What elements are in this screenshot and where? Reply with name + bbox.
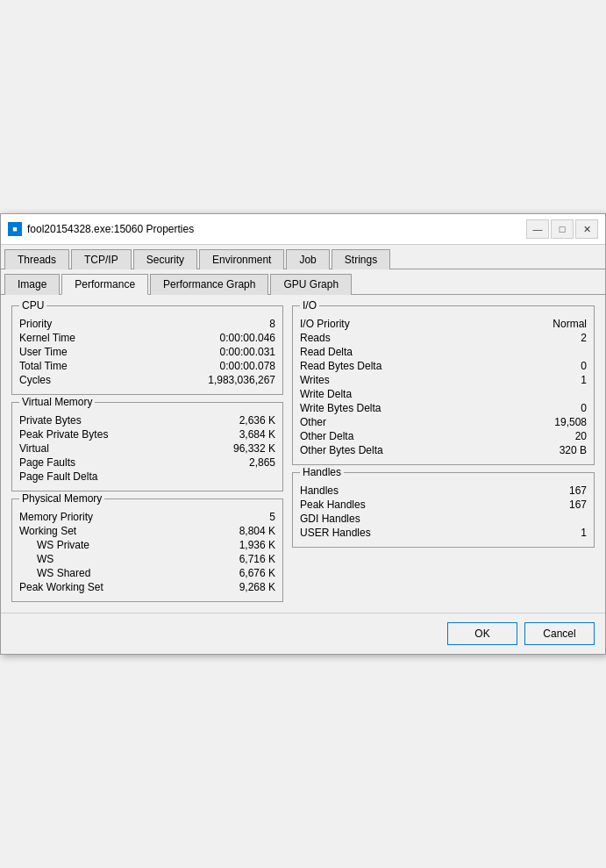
cpu-cycles-label: Cycles	[19, 374, 51, 386]
virtual-row: Virtual 96,332 K	[19, 441, 275, 456]
other-bytes-delta-row: Other Bytes Delta 320 B	[300, 443, 587, 457]
user-handles-label: USER Handles	[300, 527, 371, 539]
other-row: Other 19,508	[300, 415, 587, 429]
page-faults-label: Page Faults	[19, 456, 75, 469]
other-delta-label: Other Delta	[300, 430, 353, 442]
cpu-cycles-row: Cycles 1,983,036,267	[19, 373, 275, 387]
maximize-button[interactable]: □	[551, 219, 574, 239]
title-bar: ■ fool20154328.exe:15060 Properties — □ …	[1, 214, 605, 245]
working-set-value: 8,804 K	[239, 525, 275, 537]
write-bytes-delta-row: Write Bytes Delta 0	[300, 401, 587, 415]
ws-private-label: WS Private	[19, 539, 89, 551]
close-button[interactable]: ✕	[575, 219, 598, 239]
reads-row: Reads 2	[300, 331, 587, 345]
cpu-total-row: Total Time 0:00:00.078	[19, 359, 275, 373]
handles-value: 167	[569, 484, 587, 497]
user-handles-row: USER Handles 1	[300, 526, 587, 540]
other-value: 19,508	[554, 416, 587, 428]
cpu-priority-row: Priority 8	[19, 317, 275, 331]
page-fault-delta-row: Page Fault Delta	[19, 470, 275, 484]
left-column: CPU Priority 8 Kernel Time 0:00:00.046 U…	[11, 305, 283, 602]
tab-strings[interactable]: Strings	[332, 249, 390, 269]
cpu-total-label: Total Time	[19, 360, 68, 372]
other-bytes-delta-value: 320 B	[560, 444, 587, 456]
handles-label: Handles	[300, 484, 339, 497]
tab-job[interactable]: Job	[286, 249, 329, 269]
tab-gpu-graph[interactable]: GPU Graph	[270, 274, 352, 295]
other-delta-row: Other Delta 20	[300, 429, 587, 443]
memory-priority-row: Memory Priority 5	[19, 510, 275, 524]
write-delta-row: Write Delta	[300, 387, 587, 401]
io-priority-label: I/O Priority	[300, 318, 350, 330]
cpu-user-label: User Time	[19, 346, 68, 358]
tab-environment[interactable]: Environment	[199, 249, 284, 269]
cancel-button[interactable]: Cancel	[524, 622, 595, 645]
cpu-user-row: User Time 0:00:00.031	[19, 345, 275, 359]
minimize-button[interactable]: —	[526, 219, 549, 239]
ws-shared-row: WS Shared 6,676 K	[19, 566, 275, 580]
tab-performance[interactable]: Performance	[61, 274, 148, 295]
peak-working-set-row: Peak Working Set 9,268 K	[19, 580, 275, 594]
ws-private-value: 1,936 K	[239, 539, 275, 551]
writes-value: 1	[581, 374, 587, 386]
io-group-label: I/O	[300, 299, 319, 312]
other-bytes-delta-label: Other Bytes Delta	[300, 444, 383, 456]
physical-memory-group: Physical Memory Memory Priority 5 Workin…	[11, 499, 283, 602]
window-controls: — □ ✕	[526, 219, 598, 239]
write-delta-label: Write Delta	[300, 388, 352, 400]
ws-shared-value: 6,676 K	[239, 567, 275, 579]
read-bytes-delta-row: Read Bytes Delta 0	[300, 359, 587, 373]
handles-row: Handles 167	[300, 484, 587, 498]
private-bytes-label: Private Bytes	[19, 414, 82, 427]
page-faults-value: 2,865	[249, 456, 275, 469]
read-delta-row: Read Delta	[300, 345, 587, 359]
cpu-total-value: 0:00:00.078	[220, 360, 275, 372]
tab-threads[interactable]: Threads	[4, 249, 69, 269]
window-title: fool20154328.exe:15060 Properties	[27, 223, 526, 235]
io-priority-row: I/O Priority Normal	[300, 317, 587, 331]
main-window: ■ fool20154328.exe:15060 Properties — □ …	[0, 213, 606, 655]
user-handles-value: 1	[581, 527, 587, 539]
physical-memory-group-label: Physical Memory	[19, 492, 104, 505]
ws-value: 6,716 K	[239, 553, 275, 565]
page-fault-delta-label: Page Fault Delta	[19, 470, 97, 483]
right-column: I/O I/O Priority Normal Reads 2 Read Del…	[292, 305, 595, 602]
cpu-group-label: CPU	[19, 299, 46, 312]
reads-label: Reads	[300, 332, 331, 344]
reads-value: 2	[581, 332, 587, 344]
peak-handles-label: Peak Handles	[300, 499, 366, 511]
writes-label: Writes	[300, 374, 330, 386]
tab-tcpip[interactable]: TCP/IP	[71, 249, 132, 269]
peak-private-bytes-label: Peak Private Bytes	[19, 428, 108, 441]
write-bytes-delta-label: Write Bytes Delta	[300, 402, 381, 414]
peak-private-bytes-row: Peak Private Bytes 3,684 K	[19, 427, 275, 441]
tab-performance-graph[interactable]: Performance Graph	[150, 274, 268, 295]
ok-button[interactable]: OK	[447, 622, 517, 645]
read-bytes-delta-value: 0	[581, 360, 587, 372]
gdi-handles-label: GDI Handles	[300, 513, 360, 525]
ws-label: WS	[19, 553, 53, 565]
cpu-cycles-value: 1,983,036,267	[208, 374, 275, 386]
private-bytes-row: Private Bytes 2,636 K	[19, 413, 275, 427]
peak-handles-row: Peak Handles 167	[300, 498, 587, 512]
cpu-kernel-value: 0:00:00.046	[220, 332, 275, 344]
ws-row: WS 6,716 K	[19, 552, 275, 566]
ws-private-row: WS Private 1,936 K	[19, 538, 275, 552]
other-delta-value: 20	[575, 430, 587, 442]
content-area: CPU Priority 8 Kernel Time 0:00:00.046 U…	[1, 295, 605, 613]
peak-working-set-label: Peak Working Set	[19, 581, 103, 593]
private-bytes-value: 2,636 K	[239, 414, 275, 427]
cpu-kernel-label: Kernel Time	[19, 332, 75, 344]
tab-image[interactable]: Image	[4, 274, 60, 295]
tab-security[interactable]: Security	[133, 249, 197, 269]
window-icon: ■	[8, 222, 22, 236]
virtual-memory-group-label: Virtual Memory	[19, 396, 95, 408]
tab-row-2: Image Performance Performance Graph GPU …	[1, 269, 605, 295]
gdi-handles-row: GDI Handles	[300, 512, 587, 526]
button-bar: OK Cancel	[1, 613, 605, 654]
peak-private-bytes-value: 3,684 K	[239, 428, 275, 441]
write-bytes-delta-value: 0	[581, 402, 587, 414]
writes-row: Writes 1	[300, 373, 587, 387]
handles-group: Handles Handles 167 Peak Handles 167 GDI…	[292, 472, 595, 548]
working-set-label: Working Set	[19, 525, 76, 537]
